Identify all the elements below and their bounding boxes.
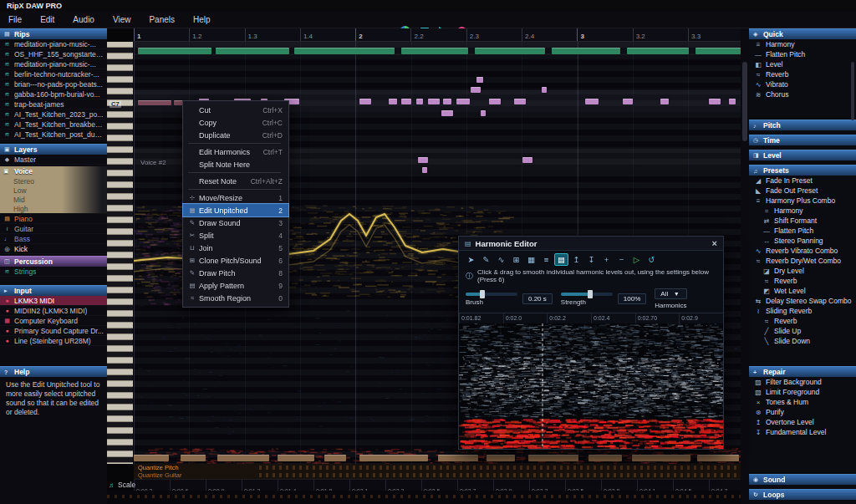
close-icon[interactable]: ×	[712, 239, 717, 248]
quick-effect-item[interactable]: ≈ Reverb	[749, 69, 856, 79]
note-block[interactable]	[389, 99, 397, 104]
quick-section-header[interactable]: ◈ Quick	[749, 28, 856, 39]
note-block[interactable]	[475, 48, 545, 54]
strength-slider[interactable]	[561, 293, 613, 296]
context-menu-item[interactable]: ⊔ Join 5	[183, 242, 288, 254]
preset-item[interactable]: ╱ Slide Up	[749, 326, 856, 336]
level-section-header[interactable]: ◨ Level	[749, 150, 856, 160]
note-block[interactable]	[441, 110, 453, 116]
preset-item[interactable]: ≡ Harmony Plus Combo	[749, 196, 856, 206]
pitch-section-header[interactable]: ♪ Pitch	[749, 120, 856, 130]
layer-item[interactable]: ♩ Bass	[0, 234, 107, 244]
toolbar-tool-button[interactable]: ▦	[524, 253, 538, 266]
rip-list-item[interactable]: ≋ OS_HHF_155_songstarter-...	[0, 49, 107, 59]
note-block[interactable]	[709, 99, 721, 104]
rips-section-header[interactable]: ▤ Rips	[0, 28, 107, 39]
context-menu-item[interactable]: ✎ Draw Sound 3	[183, 216, 288, 229]
loops-section-header[interactable]: ↻ Loops	[749, 489, 856, 500]
brush-value-field[interactable]: 0.20 s	[522, 293, 553, 304]
percussion-section-header[interactable]: ◫ Percussion	[0, 256, 107, 267]
scrollbar-thumb[interactable]	[742, 62, 747, 141]
note-block[interactable]	[697, 455, 739, 461]
context-menu-item[interactable]: ≈ Smooth Region 0	[183, 292, 288, 304]
repair-section-header[interactable]: + Repair	[749, 366, 856, 377]
preset-item[interactable]: ≈ Reverb	[749, 276, 856, 286]
toolbar-tool-button[interactable]: ∿	[494, 253, 508, 266]
toolbar-tool-button[interactable]: ▤	[554, 253, 568, 266]
note-block[interactable]	[138, 100, 171, 105]
layer-group-voice[interactable]: ▣ Voice StereoLowMidHigh	[0, 166, 107, 214]
note-block[interactable]	[416, 99, 423, 104]
toolbar-tool-button[interactable]: ✎	[479, 253, 493, 266]
presets-section-header[interactable]: ♫ Presets	[749, 165, 856, 176]
toolbar-tool-button[interactable]: ↥	[569, 253, 583, 266]
spectrogram-view[interactable]	[459, 323, 723, 449]
harmonics-dropdown[interactable]: All ▾	[655, 288, 686, 299]
preset-item[interactable]: — Flatten Pitch	[749, 226, 856, 236]
context-menu-item[interactable]: Reset Note Ctrl+Alt+Z	[183, 175, 288, 187]
repair-item[interactable]: ▧ Limit Foreground	[749, 387, 856, 397]
note-block[interactable]	[401, 99, 411, 104]
note-block[interactable]	[418, 157, 428, 163]
note-block[interactable]	[443, 99, 451, 104]
context-menu-item[interactable]: ⊞ Clone Pitch/Sound 6	[183, 254, 288, 267]
repair-item[interactable]: × Tones & Hum	[749, 397, 856, 407]
layer-item[interactable]: ≀ Guitar	[0, 224, 107, 234]
preset-item[interactable]: ∿ Reverb Vibrato Combo	[749, 246, 856, 256]
toolbar-tool-button[interactable]: ➤	[464, 253, 478, 266]
preset-item[interactable]: ◢ Fade In Preset	[749, 176, 856, 186]
menu-item[interactable]: Help	[193, 15, 211, 24]
toolbar-tool-button[interactable]: ↺	[645, 253, 659, 266]
layer-item[interactable]: ◎ Kick	[0, 244, 107, 254]
menu-item[interactable]: Edit	[40, 15, 54, 24]
voice-sublayer-item[interactable]: High	[0, 204, 107, 213]
note-block[interactable]	[134, 455, 169, 461]
note-block[interactable]	[552, 48, 620, 54]
rip-list-item[interactable]: ≋ AI_Test_Kitchen_breakbea...	[0, 120, 107, 130]
preset-item[interactable]: ≀ Sliding Reverb	[749, 306, 856, 316]
note-block[interactable]	[542, 87, 547, 93]
note-block[interactable]	[456, 99, 470, 104]
quick-effect-item[interactable]: ◧ Level	[749, 59, 856, 69]
quick-effect-item[interactable]: ∿ Vibrato	[749, 79, 856, 89]
time-ruler[interactable]: 0:00.3 0:00.6 0:00.9 0:01.2 0:01.4	[134, 479, 741, 491]
piano-keyboard[interactable]: C7	[107, 42, 134, 464]
layer-item[interactable]: ▤ Piano	[0, 214, 107, 224]
time-section-header[interactable]: ◷ Time	[749, 135, 856, 145]
voice-sublayer-item[interactable]: Mid	[0, 195, 107, 204]
toolbar-tool-button[interactable]: +	[599, 253, 614, 266]
note-block[interactable]	[481, 110, 486, 116]
note-block[interactable]	[623, 99, 633, 104]
timeline-ruler[interactable]: 1 1.2 1.3 1.4 2 2.2	[134, 28, 741, 42]
preset-item[interactable]: ≈ Reverb	[749, 316, 856, 326]
rip-list-item[interactable]: ≋ AI_Test_Kitchen_post_dub...	[0, 130, 107, 140]
preset-item[interactable]: ⇄ Shift Formant	[749, 216, 856, 226]
repair-item[interactable]: ⊛ Purify	[749, 407, 856, 417]
note-block[interactable]	[522, 157, 532, 163]
scale-control[interactable]: ♬ Scale	[109, 481, 135, 489]
context-menu-item[interactable]: ⊹ Move/Resize 1	[183, 191, 288, 204]
preset-item[interactable]: = Harmony	[749, 206, 856, 216]
context-menu-item[interactable]: Split Note Here	[183, 158, 288, 171]
note-block[interactable]	[476, 77, 483, 83]
note-block[interactable]	[294, 48, 395, 54]
brush-slider[interactable]	[466, 293, 517, 296]
preset-item[interactable]: ⇆ Delay Stereo Swap Combo	[749, 296, 856, 306]
toolbar-tool-button[interactable]: ⊞	[509, 253, 523, 266]
note-block[interactable]	[359, 99, 371, 104]
layers-section-header[interactable]: ▣ Layers	[0, 144, 107, 155]
voice-sublayer-item[interactable]: Stereo	[0, 176, 107, 186]
note-block[interactable]	[278, 455, 314, 461]
note-block[interactable]	[138, 48, 211, 54]
toolbar-tool-button[interactable]: ↧	[584, 253, 599, 266]
rip-list-item[interactable]: ≋ AI_Test_Kitchen_2023_po...	[0, 109, 107, 120]
preset-item[interactable]: ↔ Stereo Panning	[749, 236, 856, 246]
toolbar-tool-button[interactable]: ▷	[629, 253, 644, 266]
quick-effect-item[interactable]: ≋ Chorus	[749, 89, 856, 99]
quick-effect-item[interactable]: — Flatten Pitch	[749, 49, 856, 59]
input-device-item[interactable]: ● MIDIIN2 (LKMK3 MIDI)	[0, 306, 107, 316]
repair-item[interactable]: ↥ Overtone Level	[749, 417, 856, 427]
note-block[interactable]	[632, 455, 690, 461]
preset-item[interactable]: ╲ Slide Down	[749, 336, 856, 346]
input-device-item[interactable]: ● Line (Steinberg UR28M)	[0, 336, 107, 346]
